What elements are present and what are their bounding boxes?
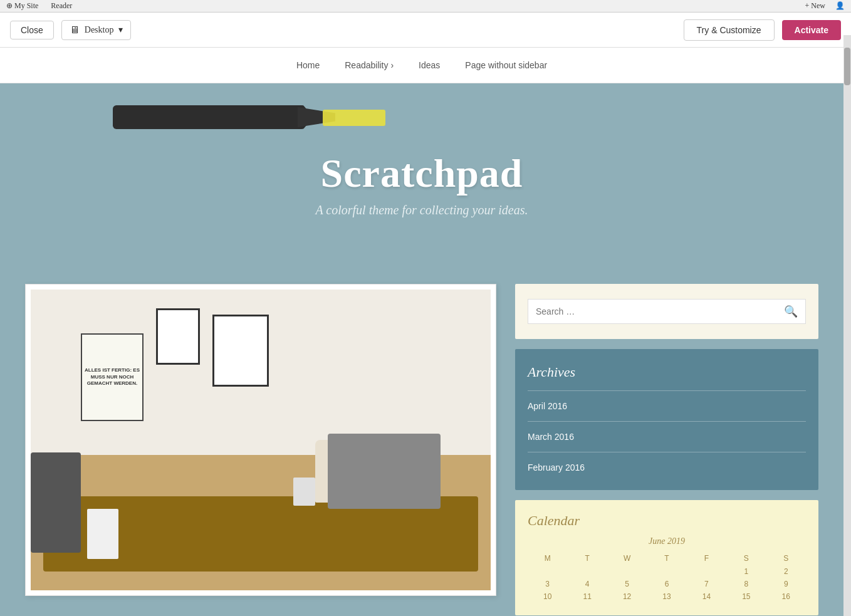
calendar-cell[interactable]: 15 [726,590,766,603]
kitchen-scene: ALLES IST FERTIG: ES MUSS NUR NOCH GEMAC… [31,290,491,590]
post-image: ALLES IST FERTIG: ES MUSS NUR NOCH GEMAC… [31,290,491,590]
calendar-cell[interactable]: 13 [647,590,686,603]
search-input[interactable] [536,306,784,316]
archives-widget: Archives April 2016 March 2016 February … [515,349,818,490]
calendar-cell [607,565,647,578]
try-customize-button[interactable]: Try & Customize [684,19,775,41]
browser-chrome: ⊕ My Site Reader + New 👤 [0,0,851,13]
calendar-cell[interactable]: 14 [687,590,726,603]
main-content: ALLES IST FERTIG: ES MUSS NUR NOCH GEMAC… [25,284,496,616]
site-title: Scratchpad [321,150,523,197]
calendar-cell [687,565,726,578]
calendar-cell[interactable]: 6 [647,578,686,590]
site-preview: Home Readability › Ideas Page without si… [0,48,843,616]
activate-button[interactable]: Activate [782,20,841,40]
my-site-tab[interactable]: ⊕ My Site [6,1,38,11]
cal-header-s1: S [726,551,766,565]
calendar-widget: Calendar June 2019 M T W T F S S [515,500,818,615]
cup-decoration [293,478,315,506]
wall-frame-1 [156,308,200,365]
bike-decoration [31,452,81,553]
preview-toolbar: Close 🖥 Desktop ▾ Try & Customize Activa… [0,13,851,48]
marker-highlight [323,110,385,126]
scrollbar-thumb[interactable] [844,48,850,85]
search-box: 🔍 [528,299,806,324]
calendar-cell [647,565,686,578]
cal-header-m: M [528,551,567,565]
archives-title: Archives [528,364,806,380]
text-poster: ALLES IST FERTIG: ES MUSS NUR NOCH GEMAC… [81,333,144,421]
post-image-container: ALLES IST FERTIG: ES MUSS NUR NOCH GEMAC… [25,284,496,596]
site-navigation: Home Readability › Ideas Page without si… [0,48,843,83]
calendar-cell[interactable]: 7 [687,578,726,590]
calendar-cell[interactable]: 10 [528,590,567,603]
hero-section: Scratchpad A colorful theme for collecti… [0,83,843,271]
wall-frame-2 [212,315,269,387]
sidebar: 🔍 Archives April 2016 March 2016 Februar… [515,284,818,616]
search-widget: 🔍 [515,284,818,339]
content-area: ALLES IST FERTIG: ES MUSS NUR NOCH GEMAC… [0,271,843,616]
new-post-btn[interactable]: + New [805,1,825,11]
calendar-cell[interactable]: 11 [567,590,607,603]
monitor-icon: 🖥 [70,24,80,36]
chair-decoration [87,509,118,559]
scrollbar-track[interactable] [843,35,851,616]
close-button[interactable]: Close [10,21,54,39]
cal-header-t1: T [567,551,607,565]
archive-march-2016[interactable]: March 2016 [528,429,806,444]
calendar-grid: M T W T F S S 12345678910111213141516 [528,551,806,603]
calendar-month: June 2019 [528,536,806,546]
cal-header-f: F [687,551,726,565]
cal-header-w: W [607,551,647,565]
marker-decoration [113,102,389,140]
calendar-cell [567,565,607,578]
divider-2 [528,421,806,422]
nav-ideas[interactable]: Ideas [419,60,440,70]
calendar-title: Calendar [528,513,806,529]
archive-february-2016[interactable]: February 2016 [528,460,806,475]
calendar-cell[interactable]: 4 [567,578,607,590]
device-selector[interactable]: 🖥 Desktop ▾ [61,20,132,40]
calendar-cell[interactable]: 2 [766,565,806,578]
divider-3 [528,452,806,452]
nav-page-without-sidebar[interactable]: Page without sidebar [465,60,547,70]
search-icon[interactable]: 🔍 [784,305,798,318]
divider-1 [528,390,806,391]
laptop-decoration [328,434,441,509]
archive-april-2016[interactable]: April 2016 [528,399,806,414]
calendar-cell[interactable]: 9 [766,578,806,590]
calendar-cell[interactable]: 8 [726,578,766,590]
cal-header-s2: S [766,551,806,565]
cal-header-t2: T [647,551,686,565]
nav-home[interactable]: Home [296,60,320,70]
chevron-down-icon: ▾ [118,24,123,35]
calendar-cell[interactable]: 1 [726,565,766,578]
nav-readability[interactable]: Readability › [345,60,394,70]
site-subtitle: A colorful theme for collecting your ide… [315,203,528,217]
reader-tab[interactable]: Reader [51,1,72,11]
calendar-cell[interactable]: 12 [607,590,647,603]
calendar-cell[interactable]: 5 [607,578,647,590]
device-label: Desktop [85,25,114,35]
user-icon[interactable]: 👤 [835,1,845,11]
calendar-cell[interactable]: 3 [528,578,567,590]
calendar-cell [528,565,567,578]
calendar-cell[interactable]: 16 [766,590,806,603]
marker-body [113,105,313,129]
